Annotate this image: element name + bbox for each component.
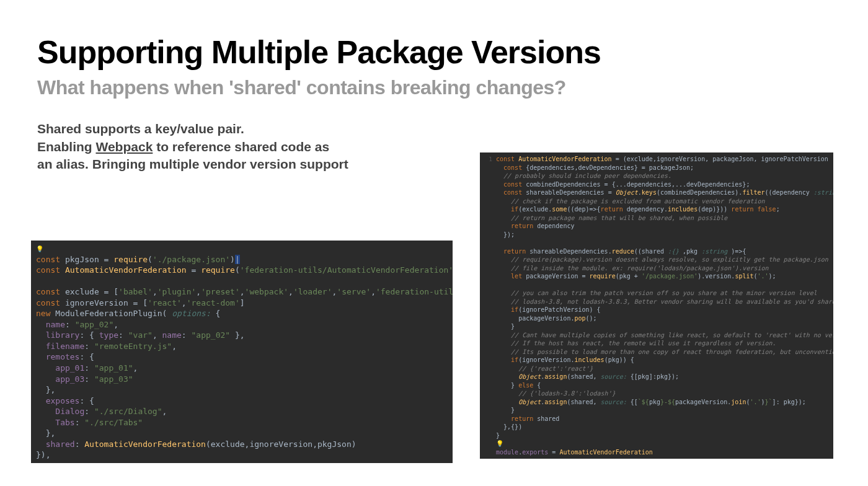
code-right-pre: 1const AutomaticVendorFederation = (excl… (480, 152, 833, 459)
webpack-underline: Webpack (96, 139, 153, 154)
code-left-pre: 💡 const pkgJson = require('./package.jso… (31, 241, 453, 463)
slide-title: Supporting Multiple Package Versions (37, 35, 831, 70)
code-block-right: 1const AutomaticVendorFederation = (excl… (480, 152, 833, 459)
slide: Supporting Multiple Package Versions Wha… (0, 0, 868, 173)
code-block-left: 💡 const pkgJson = require('./package.jso… (31, 241, 453, 463)
slide-description: Shared supports a key/value pair. Enabli… (37, 120, 422, 173)
slide-subtitle: What happens when 'shared' contains brea… (37, 76, 831, 99)
